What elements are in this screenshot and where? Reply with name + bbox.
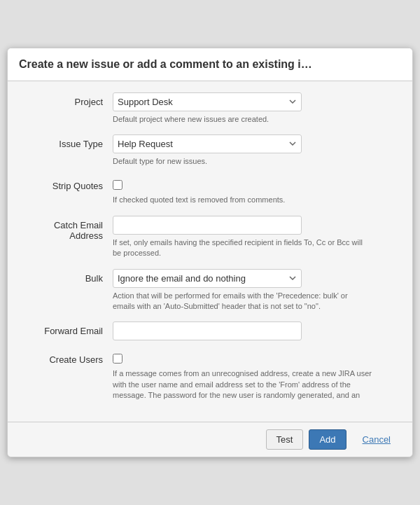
- dialog: Create a new issue or add a comment to a…: [7, 48, 413, 458]
- issue-type-field: Help Request Default type for new issues…: [113, 134, 398, 167]
- forward-email-field: [113, 321, 398, 340]
- issue-type-select[interactable]: Help Request: [113, 134, 302, 153]
- project-row: Project Support Desk Default project whe…: [22, 92, 398, 125]
- strip-quotes-hint: If checked quoted text is removed from c…: [113, 195, 372, 205]
- issue-type-hint: Default type for new issues.: [113, 156, 372, 167]
- forward-email-label: Forward Email: [22, 321, 113, 336]
- project-label: Project: [22, 92, 113, 107]
- catch-email-field: If set, only emails having the specified…: [113, 216, 398, 259]
- project-hint: Default project where new issues are cre…: [113, 114, 372, 125]
- create-users-field: If a message comes from an unrecognised …: [113, 350, 398, 401]
- issue-type-select-wrapper: Help Request: [113, 134, 302, 153]
- issue-type-label: Issue Type: [22, 134, 113, 149]
- bulk-select-wrapper: Ignore the email and do nothing Process …: [113, 269, 302, 288]
- project-select-wrapper: Support Desk: [113, 92, 302, 111]
- project-select[interactable]: Support Desk: [113, 92, 302, 111]
- bulk-select[interactable]: Ignore the email and do nothing Process …: [113, 269, 302, 288]
- add-button[interactable]: Add: [309, 429, 346, 450]
- bulk-field: Ignore the email and do nothing Process …: [113, 269, 398, 312]
- forward-email-input[interactable]: [113, 321, 302, 340]
- dialog-header: Create a new issue or add a comment to a…: [8, 48, 412, 81]
- create-users-checkbox[interactable]: [113, 354, 122, 364]
- bulk-label: Bulk: [22, 269, 113, 284]
- catch-email-hint: If set, only emails having the specified…: [113, 237, 372, 259]
- dialog-footer: Test Add Cancel: [8, 422, 412, 457]
- create-users-hint: If a message comes from an unrecognised …: [113, 368, 372, 401]
- forward-email-row: Forward Email: [22, 321, 398, 340]
- dialog-title: Create a new issue or add a comment to a…: [19, 58, 401, 71]
- dialog-body: Project Support Desk Default project whe…: [8, 81, 412, 422]
- project-field: Support Desk Default project where new i…: [113, 92, 398, 125]
- strip-quotes-field: If checked quoted text is removed from c…: [113, 177, 398, 205]
- bulk-hint: Action that will be performed for emails…: [113, 291, 372, 312]
- bulk-row: Bulk Ignore the email and do nothing Pro…: [22, 269, 398, 312]
- cancel-button[interactable]: Cancel: [352, 429, 401, 450]
- issue-type-row: Issue Type Help Request Default type for…: [22, 134, 398, 167]
- catch-email-label: Catch Email Address: [22, 216, 113, 241]
- test-button[interactable]: Test: [266, 429, 304, 450]
- strip-quotes-row: Strip Quotes If checked quoted text is r…: [22, 177, 398, 205]
- strip-quotes-checkbox[interactable]: [113, 180, 122, 190]
- create-users-label: Create Users: [22, 350, 113, 365]
- create-users-row: Create Users If a message comes from an …: [22, 350, 398, 401]
- catch-email-row: Catch Email Address If set, only emails …: [22, 216, 398, 259]
- catch-email-input[interactable]: [113, 216, 302, 235]
- strip-quotes-label: Strip Quotes: [22, 177, 113, 191]
